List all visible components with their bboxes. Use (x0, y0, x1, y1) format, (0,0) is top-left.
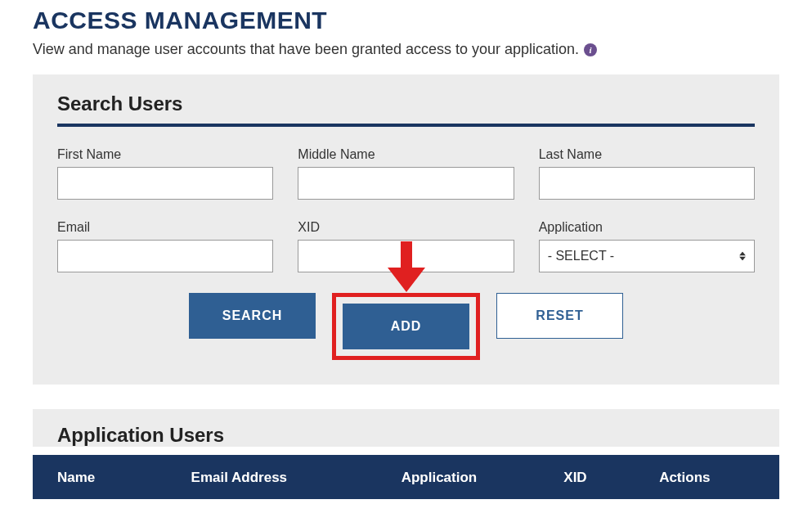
last-name-field: Last Name (539, 147, 755, 200)
last-name-input[interactable] (539, 167, 755, 200)
button-row: SEARCH ADD RESET (57, 293, 755, 360)
search-button[interactable]: SEARCH (189, 293, 316, 339)
column-header-email: Email Address (191, 470, 402, 486)
email-label: Email (57, 220, 273, 235)
middle-name-input[interactable] (298, 167, 514, 200)
first-name-input[interactable] (57, 167, 273, 200)
add-button-highlight: ADD (332, 293, 480, 360)
application-users-title: Application Users (57, 424, 755, 447)
middle-name-label: Middle Name (298, 147, 514, 162)
page-title: ACCESS MANAGEMENT (33, 0, 779, 34)
users-table-header: Name Email Address Application XID Actio… (33, 455, 779, 499)
add-button[interactable]: ADD (343, 304, 469, 349)
column-header-application: Application (402, 470, 564, 486)
email-input[interactable] (57, 240, 273, 272)
last-name-label: Last Name (539, 147, 755, 162)
info-icon[interactable]: i (584, 43, 597, 56)
xid-label: XID (298, 220, 514, 235)
column-header-xid: XID (563, 470, 659, 486)
svg-marker-1 (739, 257, 746, 261)
page-subtitle-text: View and manage user accounts that have … (33, 41, 579, 58)
search-users-panel: Search Users First Name Middle Name Last… (33, 74, 779, 385)
reset-button[interactable]: RESET (496, 293, 623, 339)
column-header-name: Name (57, 470, 191, 486)
middle-name-field: Middle Name (298, 147, 514, 200)
application-label: Application (539, 220, 755, 235)
search-users-title: Search Users (57, 92, 755, 115)
email-field: Email (57, 220, 273, 272)
first-name-field: First Name (57, 147, 273, 200)
svg-marker-0 (739, 252, 746, 256)
form-row-1: First Name Middle Name Last Name (57, 147, 755, 200)
xid-field: XID (298, 220, 514, 272)
select-sort-icon (739, 252, 746, 261)
application-select-value: - SELECT - (548, 249, 615, 263)
page-subtitle: View and manage user accounts that have … (33, 41, 779, 58)
application-field: Application - SELECT - (539, 220, 755, 272)
first-name-label: First Name (57, 147, 273, 162)
form-row-2: Email XID Application - SELECT - (57, 220, 755, 272)
application-select[interactable]: - SELECT - (539, 240, 755, 272)
xid-input[interactable] (298, 240, 514, 272)
panel-divider (57, 124, 755, 127)
application-users-panel: Application Users (33, 409, 779, 447)
column-header-actions: Actions (659, 470, 755, 486)
